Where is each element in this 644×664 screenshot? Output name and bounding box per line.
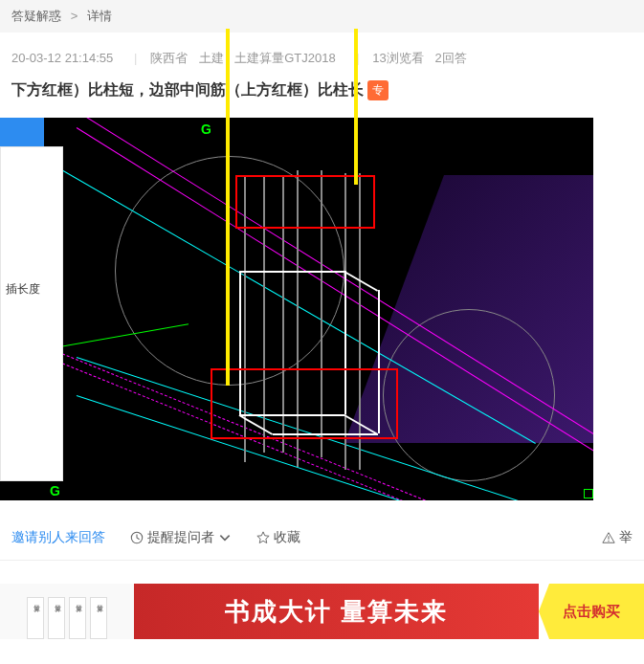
remind-label: 提醒提问者 [147,529,214,546]
title-text: 下方红框）比柱短，边部中间筋（上方红框）比柱长 [11,80,364,100]
promo-banner[interactable]: 算量 算量 算量 算量 书成大计 量算未来 点击购买 [0,584,644,639]
banner-books: 算量 算量 算量 算量 [0,584,134,639]
breadcrumb-separator: > [71,9,78,23]
yellow-marker-overlay [226,29,230,134]
divider: | [134,51,137,65]
remind-asker-button[interactable]: 提醒提问者 [130,529,232,546]
expert-badge: 专 [367,80,389,100]
banner-cta-button[interactable]: 点击购买 [539,584,644,639]
cube-edge [239,271,344,273]
book-spine: 算量 [48,597,65,639]
side-panel: 插长度 [0,146,63,481]
blue-panel-header [0,118,44,146]
axis-label-g: G [201,122,211,137]
software-tag[interactable]: 土建算量GTJ2018 [234,51,335,65]
warning-icon [602,531,615,544]
invite-answer-button[interactable]: 邀请别人来回答 [11,529,105,546]
svg-point-2 [608,541,609,542]
panel-label: 插长度 [6,281,40,298]
question-image[interactable]: G G 插长度 [0,118,593,500]
view-count: 13浏览看 [372,51,423,65]
selection-handle [584,489,593,498]
star-icon [256,531,270,544]
province-tag[interactable]: 陕西省 [150,51,188,65]
book-spine: 算量 [27,597,44,639]
favorite-button[interactable]: 收藏 [256,529,300,546]
meta-row: 20-03-12 21:14:55 | 陕西省 土建 土建算量GTJ2018 |… [0,33,644,77]
answer-count: 2回答 [434,51,466,65]
breadcrumb: 答疑解惑 > 详情 [0,0,644,33]
yellow-marker [226,118,230,386]
breadcrumb-item: 详情 [87,9,112,23]
breadcrumb-item[interactable]: 答疑解惑 [11,9,61,23]
report-label: 举 [619,529,633,546]
question-title: 下方红框）比柱短，边部中间筋（上方红框）比柱长 专 [0,77,644,118]
book-spine: 算量 [90,597,107,639]
book-spine: 算量 [69,597,86,639]
axis-label-g: G [50,483,60,498]
chevron-down-icon [218,531,232,544]
red-annotation-box-bottom [211,368,398,439]
post-datetime: 20-03-12 21:14:55 [11,51,113,65]
report-button[interactable]: 举 [602,529,633,546]
clock-icon [130,531,144,544]
category-tag[interactable]: 土建 [199,51,224,65]
banner-slogan: 书成大计 量算未来 [134,584,539,639]
yellow-marker-overlay [354,29,358,134]
favorite-label: 收藏 [274,529,300,546]
action-bar: 邀请别人来回答 提醒提问者 收藏 举 [0,500,644,561]
